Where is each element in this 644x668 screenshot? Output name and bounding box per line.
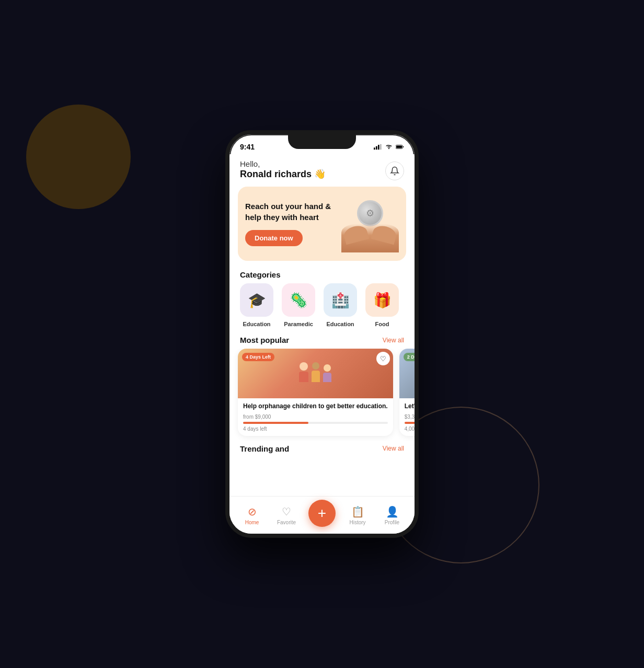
card-2-meta: 4,000 donators (405, 426, 415, 432)
category-label-food: Food (375, 321, 389, 327)
card-2-days-badge: 2 Days Left (404, 353, 415, 361)
categories-title: Categories (229, 264, 415, 283)
card-1-days-badge: 4 Days Left (242, 353, 274, 361)
card-1-progress-bar (243, 422, 388, 424)
category-label-education2: Education (326, 321, 354, 327)
bg-decoration-circle (26, 105, 131, 209)
food-gift-icon: 🎁 (373, 292, 392, 309)
profile-icon: 👤 (386, 505, 399, 518)
donate-button[interactable]: Donate now (245, 230, 303, 246)
card-1-progress-fill (243, 422, 308, 424)
card-2-amount: $3,367 fund raised from $10,000 (405, 414, 415, 420)
popular-card-2[interactable]: 2 Days Left Let's help the palestinian e… (399, 349, 415, 436)
children-illustration (299, 362, 331, 385)
svg-rect-3 (380, 144, 382, 150)
wifi-icon (385, 144, 393, 150)
home-icon: ⊘ (248, 505, 257, 518)
popular-view-all[interactable]: View all (383, 337, 404, 344)
card-2-progress-fill (405, 422, 415, 424)
battery-icon (396, 144, 404, 150)
banner-image: ⚙ (341, 195, 399, 252)
virus-icon: 🦠 (290, 292, 308, 309)
greeting-block: Hello, Ronald richards 👋 (240, 159, 326, 180)
categories-row: 🎓 Education 🦠 Paramedic 🏥 (229, 283, 415, 332)
card-1-image: 4 Days Left ♡ (238, 349, 393, 398)
nav-home-label: Home (245, 520, 259, 525)
card-1-meta: 4 days left (243, 426, 388, 432)
medical-icon: 🏥 (331, 292, 350, 309)
nav-favorite-label: Favorite (277, 520, 296, 525)
card-2-body: Let's help the palestinian education $3,… (399, 398, 415, 436)
category-item-education2[interactable]: 🏥 Education (321, 283, 359, 327)
svg-point-4 (388, 148, 389, 149)
hero-banner: Reach out your hand & help they with hea… (238, 187, 406, 261)
banner-title: Reach out your hand & help they with hea… (245, 201, 341, 223)
category-item-paramedic[interactable]: 🦠 Paramedic (280, 283, 317, 327)
category-icon-food: 🎁 (365, 283, 399, 317)
svg-rect-2 (378, 145, 380, 149)
notification-button[interactable] (385, 162, 404, 180)
category-label-education1: Education (243, 321, 270, 327)
second-section-title: Trending and (240, 444, 289, 453)
greeting-name: Ronald richards 👋 (240, 168, 326, 180)
nav-item-home[interactable]: ⊘ Home (239, 505, 264, 525)
coin-illustration: ⚙ (357, 200, 383, 226)
nav-profile-label: Profile (385, 520, 399, 525)
phone-notch (288, 134, 356, 149)
nav-item-profile[interactable]: 👤 Profile (380, 505, 405, 525)
popular-title: Most popular (240, 336, 289, 344)
banner-text-block: Reach out your hand & help they with hea… (245, 201, 341, 246)
plus-icon: + (318, 506, 326, 521)
nav-item-history[interactable]: 📋 History (345, 505, 370, 525)
card-2-title: Let's help the palestinian education (405, 402, 415, 411)
status-time: 9:41 (240, 143, 255, 151)
status-icons (374, 144, 404, 150)
app-screen: Hello, Ronald richards 👋 Reach o (229, 154, 415, 534)
card-2-image: 2 Days Left (399, 349, 415, 398)
second-section-header: Trending and View all (229, 441, 415, 457)
card-1-amount: from $9,000 (243, 414, 388, 420)
header: Hello, Ronald richards 👋 (229, 154, 415, 183)
phone-mockup: 9:41 (225, 130, 419, 538)
card-1-title: Help orphanage children to get better ed… (243, 402, 388, 411)
card-1-body: Help orphanage children to get better ed… (238, 398, 393, 436)
category-icon-paramedic: 🦠 (282, 283, 315, 317)
signal-icon (374, 144, 382, 150)
nav-history-label: History (349, 520, 365, 525)
graduation-cap-icon: 🎓 (248, 292, 266, 309)
category-item-food[interactable]: 🎁 Food (363, 283, 401, 327)
nav-item-favorite[interactable]: ♡ Favorite (274, 505, 299, 525)
category-label-paramedic: Paramedic (284, 321, 313, 327)
nav-add-button[interactable]: + (308, 500, 336, 527)
category-item-education1[interactable]: 🎓 Education (238, 283, 275, 327)
category-icon-education1: 🎓 (240, 283, 273, 317)
svg-rect-0 (374, 147, 375, 149)
category-icon-education2: 🏥 (324, 283, 357, 317)
bell-icon (390, 166, 399, 176)
second-view-all[interactable]: View all (383, 445, 404, 452)
history-icon: 📋 (351, 505, 364, 518)
popular-header: Most popular View all (229, 332, 415, 349)
popular-card-1[interactable]: 4 Days Left ♡ Help orphanage children to… (238, 349, 393, 436)
svg-rect-6 (396, 146, 402, 148)
scroll-area[interactable]: Hello, Ronald richards 👋 Reach o (229, 154, 415, 534)
bottom-navigation: ⊘ Home ♡ Favorite + 📋 History 👤 Profile (229, 496, 415, 534)
card-1-heart-button[interactable]: ♡ (376, 352, 390, 365)
svg-rect-1 (376, 146, 377, 150)
card-2-progress-bar (405, 422, 415, 424)
favorite-icon: ♡ (282, 505, 291, 518)
greeting-hello: Hello, (240, 159, 326, 168)
phone-screen: 9:41 (225, 130, 419, 538)
popular-cards-row: 4 Days Left ♡ Help orphanage children to… (229, 349, 415, 441)
